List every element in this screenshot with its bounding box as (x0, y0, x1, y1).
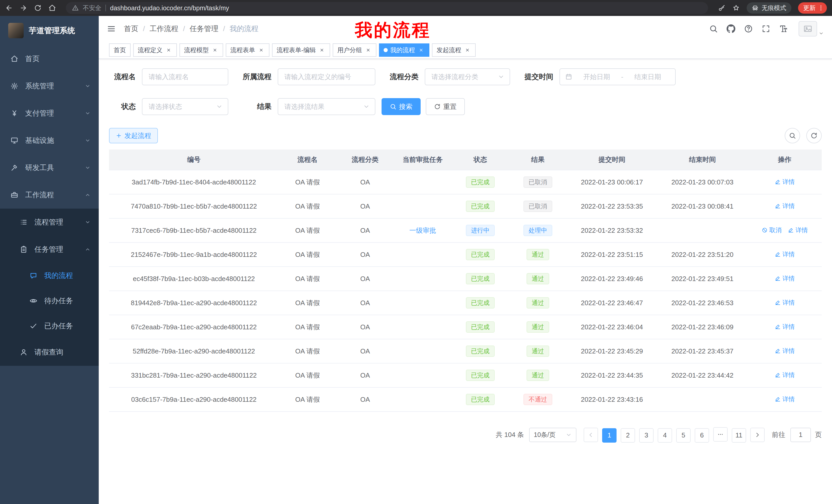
sidebar-item-4[interactable]: 研发工具 (0, 154, 99, 181)
process-id-input[interactable] (278, 68, 375, 85)
pager-page-1[interactable]: 1 (602, 428, 617, 443)
result-select[interactable]: 请选择流结果 (278, 98, 375, 115)
breadcrumb-item-0[interactable]: 首页 (124, 24, 138, 34)
cell-status: 已完成 (451, 194, 509, 218)
sidebar-item-3[interactable]: 基础设施 (0, 127, 99, 154)
cancel-link[interactable]: 取消 (761, 226, 782, 234)
detail-link[interactable]: 详情 (775, 323, 795, 331)
toggle-search-button[interactable] (785, 128, 800, 143)
start-process-button[interactable]: 发起流程 (109, 128, 158, 143)
tab-1[interactable]: 流程定义 (133, 44, 177, 57)
user-icon (20, 348, 28, 356)
tool-icon (10, 164, 19, 172)
browser-back-icon[interactable] (5, 4, 13, 12)
pager-page-6[interactable]: 6 (695, 428, 709, 443)
filter-category-label: 流程分类 (388, 72, 419, 82)
collapse-menu-icon[interactable] (99, 24, 124, 33)
cell-id: 7470a810-7b9b-11ec-b5b7-acde48001122 (109, 194, 279, 218)
sidebar-item-8[interactable]: 我的流程 (0, 263, 99, 288)
cell-status: 进行中 (451, 218, 509, 243)
cell-status: 已完成 (451, 291, 509, 315)
sidebar-item-9[interactable]: 待办任务 (0, 288, 99, 313)
pager-page-2[interactable]: 2 (621, 428, 635, 443)
header-search-icon[interactable] (709, 24, 718, 33)
next-page-button[interactable] (750, 428, 765, 442)
sidebar-item-10[interactable]: 已办任务 (0, 313, 99, 339)
current-task-link[interactable]: 一级审批 (409, 227, 436, 234)
pager-page-11[interactable]: 11 (732, 428, 746, 443)
prev-page-button[interactable] (583, 428, 598, 442)
detail-link[interactable]: 详情 (775, 250, 795, 258)
cell-id: 819442e8-7b9a-11ec-a290-acde48001122 (109, 291, 279, 315)
detail-link-label: 详情 (796, 226, 808, 234)
help-docs-icon[interactable] (744, 24, 753, 33)
detail-link[interactable]: 详情 (775, 299, 795, 307)
pager-page-4[interactable]: 4 (658, 428, 672, 443)
cell-process-name: OA 请假 (279, 387, 336, 412)
status-tag: 进行中 (466, 225, 495, 236)
category-select[interactable]: 请选择流程分类 (425, 68, 510, 85)
edit-icon (775, 179, 781, 185)
date-start-placeholder: 开始日期 (574, 73, 619, 81)
tab-3[interactable]: 流程表单 (226, 44, 269, 57)
sidebar-item-6[interactable]: 流程管理 (0, 208, 99, 236)
search-button[interactable]: 搜索 (382, 98, 421, 115)
edit-icon (775, 275, 781, 282)
user-avatar[interactable] (799, 21, 824, 36)
tab-5[interactable]: 用户分组 (333, 44, 376, 57)
tab-0[interactable]: 首页 (109, 44, 131, 57)
cell-status: 已完成 (451, 315, 509, 339)
eye-icon (29, 297, 37, 305)
sidebar-item-11[interactable]: 请假查询 (0, 339, 99, 366)
fullscreen-icon[interactable] (761, 24, 770, 33)
sidebar-item-label: 流程管理 (34, 217, 85, 227)
cell-current-task (394, 170, 451, 194)
table-header-row: 编号流程名流程分类当前审批任务状态结果提交时间结束时间操作 (109, 149, 822, 170)
refresh-table-button[interactable] (806, 128, 822, 143)
pager-page-3[interactable]: 3 (639, 428, 654, 443)
detail-link[interactable]: 详情 (775, 274, 795, 283)
goto-page-input[interactable] (790, 428, 811, 442)
column-header: 状态 (451, 149, 509, 170)
sidebar-item-label: 工作流程 (25, 190, 85, 200)
status-select[interactable]: 请选择状态 (142, 98, 228, 115)
sidebar-item-2[interactable]: 支付管理 (0, 100, 99, 127)
breadcrumb-item-2[interactable]: 任务管理 (190, 24, 218, 34)
cell-result: 通过 (509, 291, 567, 315)
cell-category: OA (336, 243, 394, 267)
pager-more[interactable] (713, 427, 728, 442)
sidebar-item-5[interactable]: 工作流程 (0, 181, 99, 208)
breadcrumb-item-1[interactable]: 工作流程 (150, 24, 178, 34)
browser-forward-icon[interactable] (20, 4, 27, 12)
font-size-icon[interactable] (779, 24, 788, 33)
sidebar-item-7[interactable]: 任务管理 (0, 236, 99, 263)
cell-current-task (394, 315, 451, 339)
sidebar-item-0[interactable]: 首页 (0, 45, 99, 73)
tab-4[interactable]: 流程表单-编辑 (272, 44, 330, 57)
browser-reload-icon[interactable] (34, 4, 42, 12)
reset-button[interactable]: 重置 (426, 98, 465, 115)
detail-link[interactable]: 详情 (775, 395, 795, 403)
detail-link[interactable]: 详情 (788, 226, 808, 234)
detail-link[interactable]: 详情 (775, 347, 795, 355)
process-name-input[interactable] (142, 68, 228, 85)
tab-7[interactable]: 发起流程 (432, 44, 476, 57)
sidebar-item-1[interactable]: 系统管理 (0, 73, 99, 100)
detail-link[interactable]: 详情 (775, 371, 795, 379)
password-key-icon[interactable] (718, 4, 726, 12)
url-divider (105, 5, 106, 11)
browser-home-icon[interactable] (48, 4, 56, 12)
address-bar[interactable]: 不安全 dashboard.yudao.iocoder.cn/bpm/task/… (66, 2, 708, 14)
update-button[interactable]: 更新 (798, 2, 827, 13)
github-icon[interactable] (727, 24, 735, 33)
tab-2[interactable]: 流程模型 (179, 44, 223, 57)
tab-6[interactable]: 我的流程 (379, 44, 430, 57)
pager-page-5[interactable]: 5 (676, 428, 691, 443)
browser-menu-icon[interactable] (817, 5, 824, 11)
detail-link[interactable]: 详情 (775, 178, 795, 186)
bookmark-star-icon[interactable] (732, 4, 740, 12)
page-content: 流程名 所属流程 流程分类 请选择流程分类 (99, 59, 832, 504)
page-size-select[interactable]: 10条/页 (529, 428, 576, 442)
detail-link[interactable]: 详情 (775, 202, 795, 210)
submit-time-range-picker[interactable]: 开始日期 - 结束日期 (560, 68, 676, 85)
